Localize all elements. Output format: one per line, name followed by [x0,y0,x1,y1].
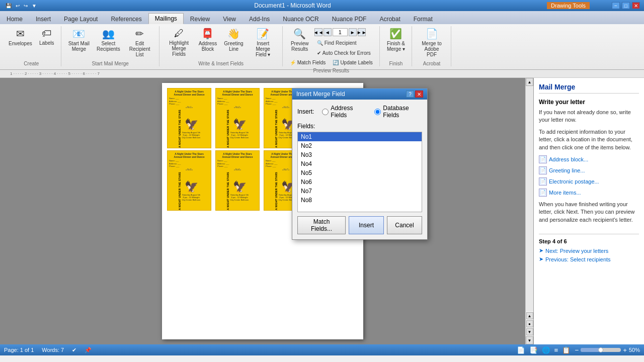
track-changes-icon[interactable]: 📌 [85,347,92,353]
insert-merge-field-btn[interactable]: 📝 Insert MergeField ▾ [248,26,278,59]
ticket-6: A Night Under The StarsAnnual Dinner and… [215,150,260,211]
database-fields-radio[interactable]: Database Fields [374,105,422,119]
cancel-dialog-btn[interactable]: Cancel [387,216,422,234]
merge-to-pdf-btn[interactable]: 📄 Merge toAdobe PDF [417,26,447,59]
highlight-merge-fields-btn[interactable]: 🖊 HighlightMerge Fields [164,26,194,58]
fields-list[interactable]: No1 No2 No3 No4 No5 No6 No7 No8 [297,132,422,212]
envelopes-btn[interactable]: ✉ Envelopes [6,26,35,48]
more-items-icon: 📄 [539,189,547,197]
tab-review[interactable]: Review [184,13,216,24]
group-finish: ✅ Finish &Merge ▾ Finish [380,26,412,66]
zoom-in-btn[interactable]: + [623,346,627,354]
find-recipient-btn[interactable]: 🔍 Find Recipient [314,39,373,47]
tab-acrobat[interactable]: Acrobat [373,13,407,24]
next-page-btn[interactable]: ▼ [526,328,533,335]
tab-references[interactable]: References [104,13,148,24]
web-layout-btn[interactable]: 🌐 [542,346,550,354]
next-step-link[interactable]: ➤ Next: Preview your letters [539,247,639,254]
update-labels-btn[interactable]: 🔄 Update Labels [330,58,375,67]
status-bar: Page: 1 of 1 Words: 7 ✔ 📌 📄 📑 🌐 ≡ 📋 − + … [0,344,644,355]
auto-check-errors-btn[interactable]: ✔ Auto Check for Errors [314,49,373,57]
tab-format[interactable]: Format [407,13,439,24]
field-no6[interactable]: No6 [298,177,422,187]
more-items-link[interactable]: 📄 More items... [539,189,639,197]
words-status: Words: 7 [42,347,64,353]
field-no5[interactable]: No5 [298,168,422,177]
finish-icon: ✅ [389,28,402,40]
group-create: ✉ Envelopes 🏷 Labels Create [2,26,61,66]
minimize-btn[interactable]: − [612,2,620,9]
zoom-out-btn[interactable]: − [575,346,579,354]
redo-btn[interactable]: ↪ [22,3,29,9]
normal-view-btn[interactable]: 📄 [517,346,525,354]
scroll-track[interactable] [526,86,533,311]
tab-nuance-pdf[interactable]: Nuance PDF [326,13,373,24]
edit-recipient-list-btn[interactable]: ✏ EditRecipient List [125,26,155,59]
check-icon: ✔ [317,50,321,56]
preview-results-btn[interactable]: 🔍 PreviewResults [287,26,312,53]
dialog-close-btn[interactable]: ✕ [415,90,423,98]
tab-mailings[interactable]: Mailings [148,13,184,24]
field-no3[interactable]: No3 [298,150,422,159]
tab-addins[interactable]: Add-Ins [243,13,276,24]
insert-merge-field-dialog[interactable]: Insert Merge Field ? ✕ Insert: Address F… [292,88,428,240]
select-recipients-icon: 👥 [102,28,115,40]
select-recipients-btn[interactable]: 👥 SelectRecipients [94,26,123,53]
draft-btn[interactable]: 📋 [562,346,571,354]
save-btn[interactable]: 💾 [4,3,13,9]
zoom-level: 50% [629,347,640,353]
acrobat-group-label: Acrobat [423,60,440,66]
match-fields-dialog-btn[interactable]: Match Fields... [297,216,346,234]
zoom-slider[interactable] [581,348,621,352]
field-no1[interactable]: No1 [298,132,422,141]
panel-desc3: When you have finished writing your lett… [539,201,639,224]
greeting-line-btn[interactable]: 👋 GreetingLine [221,26,246,53]
ribbon: Home Insert Page Layout References Maili… [0,11,644,70]
address-block-link[interactable]: 📄 Address block... [539,155,639,163]
vertical-scrollbar[interactable]: ▲ ▲ ● ▼ ▼ [525,78,533,344]
prev-step-link[interactable]: ➤ Previous: Select recipients [539,256,639,262]
field-no8[interactable]: No8 [298,196,422,205]
match-fields-btn[interactable]: ⚡ Match Fields [287,58,329,67]
address-fields-radio[interactable]: Address Fields [322,105,366,119]
customize-btn[interactable]: ▼ [30,3,38,9]
spell-check-icon[interactable]: ✔ [72,347,76,353]
prev-record-btn[interactable]: ◄ [324,28,332,36]
tab-insert[interactable]: Insert [29,13,57,24]
last-record-btn[interactable]: ►► [358,28,366,36]
finish-merge-btn[interactable]: ✅ Finish &Merge ▾ [384,26,408,53]
prev-page-btn[interactable]: ▲ [526,312,533,319]
create-group-label: Create [24,60,39,66]
select-browse-btn[interactable]: ● [526,320,533,327]
current-record-input[interactable] [333,28,348,36]
next-record-btn[interactable]: ► [349,28,357,36]
address-block-btn[interactable]: 📮 AddressBlock [196,26,220,53]
electronic-postage-link[interactable]: 📄 Electronic postage... [539,177,639,186]
greeting-line-link[interactable]: 📄 Greeting line... [539,166,639,174]
close-btn[interactable]: ✕ [632,2,640,9]
insert-field-icon: 📝 [257,28,269,40]
tab-home[interactable]: Home [0,13,29,24]
labels-btn[interactable]: 🏷 Labels [37,26,57,47]
maximize-btn[interactable]: □ [622,2,630,9]
insert-dialog-btn[interactable]: Insert [349,216,384,234]
undo-btn[interactable]: ↩ [14,3,21,9]
update-icon: 🔄 [333,60,339,65]
first-record-btn[interactable]: ◄◄ [314,28,323,36]
insert-label: Insert: [297,108,314,115]
full-reading-btn[interactable]: 📑 [529,346,538,354]
tab-view[interactable]: View [216,13,243,24]
outline-btn[interactable]: ≡ [554,346,558,354]
start-mail-merge-btn[interactable]: 📧 Start MailMerge [66,26,92,53]
prev-arrow-icon: ➤ [539,256,543,262]
finish-group-label: Finish [389,60,403,66]
scroll-down-btn[interactable]: ▼ [526,336,533,344]
field-no4[interactable]: No4 [298,159,422,168]
step-label: Step 4 of 6 [539,238,639,244]
scroll-up-btn[interactable]: ▲ [526,78,533,86]
field-no2[interactable]: No2 [298,141,422,150]
tab-page-layout[interactable]: Page Layout [57,13,104,24]
field-no7[interactable]: No7 [298,187,422,196]
dialog-help-btn[interactable]: ? [406,90,414,98]
tab-nuance-ocr[interactable]: Nuance OCR [276,13,325,24]
